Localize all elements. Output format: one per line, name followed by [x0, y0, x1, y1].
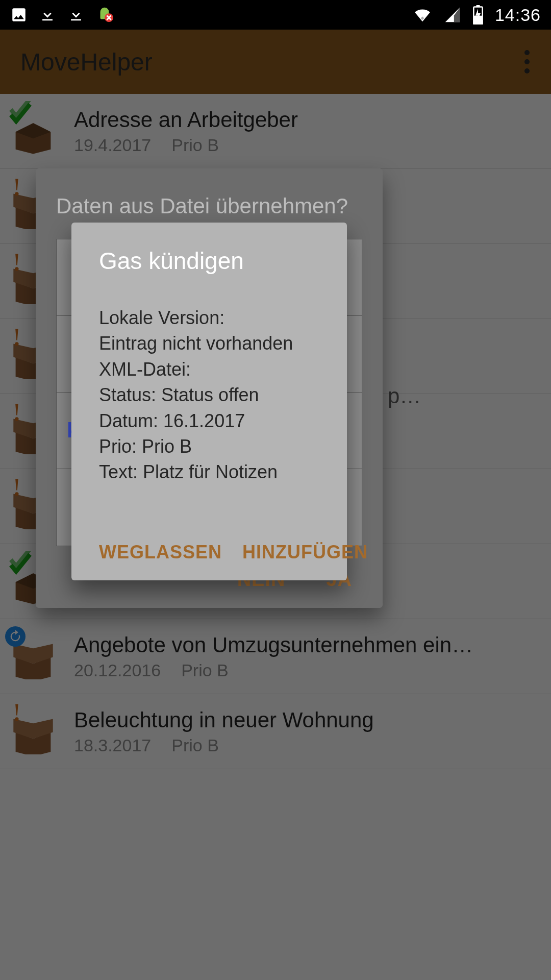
- dialog-body: Lokale Version: Eintrag nicht vorhanden …: [99, 305, 319, 485]
- truncated-title-peek: p…: [388, 384, 421, 408]
- svg-rect-2: [476, 5, 480, 7]
- clock: 14:36: [495, 5, 541, 25]
- gallery-icon: [10, 6, 28, 23]
- download-icon: [67, 6, 85, 23]
- detail-line: XML-Datei:: [99, 357, 319, 382]
- cell-signal-icon: [444, 6, 461, 23]
- detail-line: Status: Status offen: [99, 382, 319, 408]
- dialog-title: Gas kündigen: [99, 247, 319, 275]
- detail-line: Prio: Prio B: [99, 434, 319, 459]
- add-button[interactable]: HINZUFÜGEN: [242, 542, 368, 563]
- status-bar: 14:36: [0, 0, 551, 30]
- detail-line: Eintrag nicht vorhanden: [99, 331, 319, 356]
- detail-line: Text: Platz für Notizen: [99, 459, 319, 485]
- detail-line: Lokale Version:: [99, 305, 319, 331]
- entry-detail-dialog: Gas kündigen Lokale Version: Eintrag nic…: [71, 223, 347, 580]
- detail-line: Datum: 16.1.2017: [99, 408, 319, 434]
- wifi-icon: [412, 6, 433, 23]
- dialog-title: Daten aus Datei übernehmen?: [56, 194, 362, 218]
- skip-button[interactable]: WEGLASSEN: [99, 542, 222, 563]
- android-debug-icon: [96, 6, 113, 23]
- download-icon: [39, 6, 56, 23]
- battery-charging-icon: [472, 5, 484, 24]
